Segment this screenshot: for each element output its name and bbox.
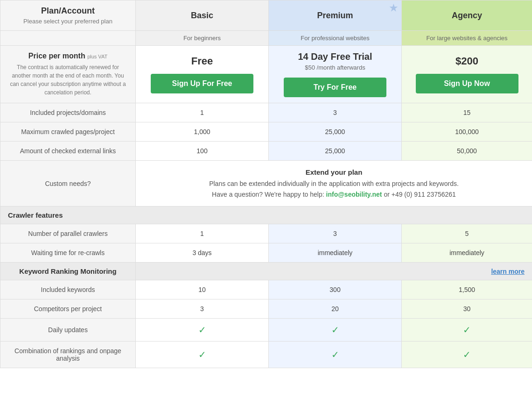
projects-basic: 1: [136, 103, 269, 122]
extend-contact: Have a question? We're happy to help: in…: [143, 189, 525, 200]
recrawl-premium: immediately: [269, 243, 402, 263]
premium-title: Premium: [317, 11, 353, 20]
agency-subtitle: For large websites & agencies: [402, 31, 532, 46]
learn-more-link[interactable]: learn more: [491, 268, 525, 275]
parallel-premium: 3: [269, 224, 402, 243]
extend-email-link[interactable]: info@seobility.net: [326, 191, 382, 198]
plan-sublabel: Please select your preferred plan: [8, 18, 128, 25]
projects-premium: 3: [269, 103, 402, 122]
recrawl-basic: 3 days: [136, 243, 269, 263]
crawled-label: Maximum crawled pages/project: [0, 122, 136, 142]
external-agency: 50,000: [402, 142, 532, 161]
price-label-cell: Price per month plus VAT The contract is…: [0, 46, 136, 103]
extend-title: Extend your plan: [143, 166, 525, 178]
premium-header: Premium ★: [269, 0, 402, 31]
recrawl-agency: immediately: [402, 243, 532, 263]
external-label: Amount of checked external links: [0, 142, 136, 161]
extend-plan-cell: Extend your plan Plans can be extended i…: [136, 161, 532, 206]
plan-account-header: Plan/Account Please select your preferre…: [0, 0, 136, 31]
competitors-label: Competitors per project: [0, 299, 136, 319]
combo-basic: ✓: [136, 342, 269, 368]
keywords-label: Included keywords: [0, 280, 136, 299]
daily-premium-check: ✓: [331, 325, 339, 335]
competitors-basic: 3: [136, 299, 269, 319]
premium-trial-title: 14 Day Free Trial: [276, 51, 394, 62]
signup-premium-button[interactable]: Try For Free: [284, 78, 386, 97]
keywords-basic: 10: [136, 280, 269, 299]
basic-price-cell: Free Sign Up For Free: [136, 46, 269, 103]
parallel-label: Number of parallel crawlers: [0, 224, 136, 243]
crawler-section-header: Crawler features: [0, 206, 532, 224]
crawled-premium: 25,000: [269, 122, 402, 142]
subtitle-label-empty: [0, 31, 136, 46]
parallel-basic: 1: [136, 224, 269, 243]
price-per-month-label: Price per month plus VAT: [8, 52, 128, 60]
basic-price: Free: [143, 55, 261, 67]
parallel-agency: 5: [402, 224, 532, 243]
keywords-premium: 300: [269, 280, 402, 299]
extend-question: Have a question? We're happy to help:: [212, 191, 324, 198]
extend-desc: Plans can be extended individually in th…: [143, 178, 525, 190]
signup-basic-button[interactable]: Sign Up For Free: [151, 74, 253, 93]
external-premium: 25,000: [269, 142, 402, 161]
keyword-section-row: Keyword Ranking Monitoring learn more: [0, 263, 532, 280]
external-basic: 100: [136, 142, 269, 161]
daily-basic: ✓: [136, 319, 269, 342]
agency-price-cell: $200 Sign Up Now: [402, 46, 532, 103]
daily-premium: ✓: [269, 319, 402, 342]
daily-basic-check: ✓: [198, 325, 206, 335]
keyword-learn-more-cell: learn more: [136, 263, 532, 280]
agency-header: Agency: [402, 0, 532, 31]
signup-agency-button[interactable]: Sign Up Now: [416, 74, 518, 93]
vat-label: plus VAT: [87, 54, 107, 59]
crawled-agency: 100,000: [402, 122, 532, 142]
extend-phone: or +49 (0) 911 23756261: [384, 191, 456, 198]
combo-label: Combination of rankings and onpage analy…: [0, 342, 136, 368]
agency-title: Agency: [452, 11, 482, 20]
basic-title: Basic: [191, 11, 213, 20]
competitors-agency: 30: [402, 299, 532, 319]
combo-premium: ✓: [269, 342, 402, 368]
price-description: The contract is automatically renewed fo…: [8, 63, 128, 97]
projects-label: Included projects/domains: [0, 103, 136, 122]
combo-agency-check: ✓: [463, 349, 471, 360]
combo-agency: ✓: [402, 342, 532, 368]
premium-star: ★: [389, 2, 398, 14]
combo-premium-check: ✓: [331, 349, 339, 360]
daily-updates-label: Daily updates: [0, 319, 136, 342]
daily-agency: ✓: [402, 319, 532, 342]
pricing-table: Plan/Account Please select your preferre…: [0, 0, 532, 368]
basic-subtitle: For beginners: [136, 31, 269, 46]
premium-trial-sub: $50 /month afterwards: [276, 64, 394, 71]
plan-label: Plan/Account: [8, 6, 128, 16]
premium-subtitle: For professional websites: [269, 31, 402, 46]
recrawl-label: Waiting time for re-crawls: [0, 243, 136, 263]
combo-basic-check: ✓: [198, 349, 206, 360]
basic-header: Basic: [136, 0, 269, 31]
crawler-section-title: Crawler features: [0, 206, 532, 224]
custom-needs-label: Custom needs?: [0, 161, 136, 206]
premium-price-cell: 14 Day Free Trial $50 /month afterwards …: [269, 46, 402, 103]
projects-agency: 15: [402, 103, 532, 122]
agency-price: $200: [409, 55, 525, 67]
keywords-agency: 1,500: [402, 280, 532, 299]
keyword-section-title: Keyword Ranking Monitoring: [0, 263, 136, 280]
daily-agency-check: ✓: [463, 325, 471, 335]
competitors-premium: 20: [269, 299, 402, 319]
crawled-basic: 1,000: [136, 122, 269, 142]
